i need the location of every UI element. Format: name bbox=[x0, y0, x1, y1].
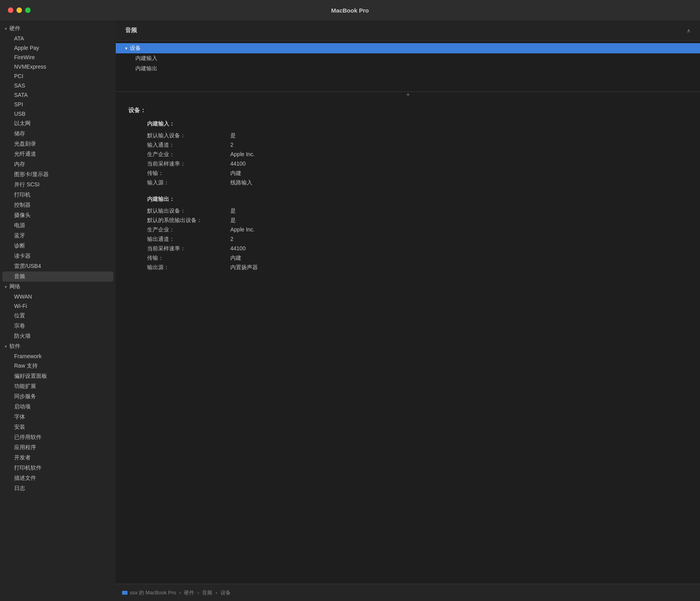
chevron-down-icon-tree: ▾ bbox=[125, 46, 128, 51]
detail-label: 输入通道： bbox=[147, 142, 218, 149]
tree-item-devices[interactable]: ▾ 设备 bbox=[116, 43, 700, 53]
sidebar-item-sas[interactable]: SAS bbox=[0, 81, 116, 90]
sidebar-item-install[interactable]: 安装 bbox=[0, 422, 116, 432]
sidebar-item-firewire[interactable]: FireWire bbox=[0, 53, 116, 62]
detail-row-output-transport: 传输： 内建 bbox=[147, 255, 687, 262]
sidebar-item-optical[interactable]: 光盘刻录 bbox=[0, 139, 116, 149]
detail-value: Apple Inc. bbox=[230, 151, 255, 158]
status-bar: ssx 的 MacBook Pro › 硬件 › 音频 › 设备 bbox=[116, 584, 700, 601]
detail-value: 44100 bbox=[230, 160, 246, 168]
breadcrumb-hardware: 硬件 bbox=[184, 589, 194, 596]
detail-row-output-manufacturer: 生产企业： Apple Inc. bbox=[147, 226, 687, 233]
sidebar-group-software[interactable]: ▾ 软件 bbox=[0, 341, 116, 351]
detail-value: 内建 bbox=[230, 255, 241, 262]
sidebar-item-power[interactable]: 电源 bbox=[0, 220, 116, 231]
sidebar-item-applications[interactable]: 应用程序 bbox=[0, 443, 116, 453]
detail-row-output-channels: 输出通道： 2 bbox=[147, 236, 687, 243]
sidebar-item-applepay[interactable]: Apple Pay bbox=[0, 43, 116, 53]
sidebar-item-audio[interactable]: 音频 bbox=[2, 271, 113, 282]
sidebar-item-cardreader[interactable]: 读卡器 bbox=[0, 251, 116, 261]
sidebar-item-developer[interactable]: 开发者 bbox=[0, 453, 116, 463]
detail-value: 是 bbox=[230, 217, 236, 224]
sidebar-item-graphics[interactable]: 图形卡/显示器 bbox=[0, 169, 116, 180]
sidebar-item-sync[interactable]: 同步服务 bbox=[0, 392, 116, 402]
sidebar-item-sata[interactable]: SATA bbox=[0, 90, 116, 100]
sidebar-item-spi[interactable]: SPI bbox=[0, 100, 116, 109]
tree-sub-item-output[interactable]: 内建输出 bbox=[116, 64, 700, 74]
close-button[interactable] bbox=[8, 7, 13, 13]
sidebar-group-hardware[interactable]: ▾ 硬件 bbox=[0, 24, 116, 34]
sidebar-item-framework[interactable]: Framework bbox=[0, 351, 116, 361]
detail-section-title: 设备： bbox=[128, 107, 687, 114]
sidebar-group-network[interactable]: ▾ 网络 bbox=[0, 282, 116, 292]
detail-output-title: 内建输出： bbox=[147, 196, 687, 203]
detail-row-default-input: 默认输入设备： 是 bbox=[147, 132, 687, 139]
sidebar-item-disabled[interactable]: 已停用软件 bbox=[0, 432, 116, 443]
sidebar-item-printer-software[interactable]: 打印机软件 bbox=[0, 463, 116, 473]
detail-output-table: 默认输出设备： 是 默认的系统输出设备： 是 生产企业： Apple Inc. … bbox=[147, 208, 687, 271]
main-content: ▾ 硬件 ATA Apple Pay FireWire NVMExpress P… bbox=[0, 20, 700, 601]
detail-value: 内建 bbox=[230, 170, 241, 177]
sidebar-item-prefs[interactable]: 偏好设置面板 bbox=[0, 371, 116, 381]
sidebar-group-hardware-label: 硬件 bbox=[9, 25, 20, 32]
section-header: 音频 ∧ bbox=[116, 20, 700, 41]
detail-row-output-source: 输出源： 内置扬声器 bbox=[147, 264, 687, 271]
detail-value: 线路输入 bbox=[230, 179, 252, 186]
minimize-button[interactable] bbox=[16, 7, 22, 13]
sidebar-item-pci[interactable]: PCI bbox=[0, 71, 116, 81]
tree-sub-item-input[interactable]: 内建输入 bbox=[116, 53, 700, 64]
sidebar-item-controller[interactable]: 控制器 bbox=[0, 200, 116, 210]
detail-input-title: 内建输入： bbox=[147, 120, 687, 127]
sidebar-item-diagnostics[interactable]: 诊断 bbox=[0, 241, 116, 251]
sidebar-item-extensions[interactable]: 功能扩展 bbox=[0, 381, 116, 392]
chevron-down-icon-network: ▾ bbox=[5, 284, 7, 290]
detail-label: 传输： bbox=[147, 255, 218, 262]
sidebar-item-fibre[interactable]: 光纤通道 bbox=[0, 149, 116, 159]
scroll-dot bbox=[407, 93, 409, 96]
sidebar-item-startup[interactable]: 启动项 bbox=[0, 402, 116, 412]
chevron-down-icon-software: ▾ bbox=[5, 344, 7, 349]
detail-label: 输入源： bbox=[147, 179, 218, 186]
detail-row-output-samplerate: 当前采样速率： 44100 bbox=[147, 245, 687, 252]
sidebar-item-printer[interactable]: 打印机 bbox=[0, 190, 116, 200]
detail-content: 设备： 内建输入： 默认输入设备： 是 输入通道： 2 生产企业： Apple … bbox=[116, 97, 700, 584]
sidebar-item-memory[interactable]: 内存 bbox=[0, 159, 116, 169]
sidebar-item-wwan[interactable]: WWAN bbox=[0, 292, 116, 301]
sidebar-group-hardware-items: ATA Apple Pay FireWire NVMExpress PCI SA… bbox=[0, 34, 116, 282]
sidebar-item-thunderbolt[interactable]: 雷雳/USB4 bbox=[0, 261, 116, 271]
sidebar-item-logs[interactable]: 日志 bbox=[0, 483, 116, 494]
sidebar-item-raw[interactable]: Raw 支持 bbox=[0, 361, 116, 371]
sidebar-item-firewall[interactable]: 防火墙 bbox=[0, 331, 116, 341]
sidebar-item-camera[interactable]: 摄像头 bbox=[0, 210, 116, 220]
window-title: MacBook Pro bbox=[331, 7, 369, 14]
sidebar-item-profiles[interactable]: 描述文件 bbox=[0, 473, 116, 483]
sidebar-group-network-label: 网络 bbox=[9, 283, 20, 290]
detail-panel: 音频 ∧ ▾ 设备 内建输入 内建输出 设备： 内建输入： bbox=[116, 20, 700, 601]
zoom-button[interactable] bbox=[25, 7, 31, 13]
sidebar-item-wifi[interactable]: Wi-Fi bbox=[0, 301, 116, 311]
breadcrumb-sep-2: › bbox=[197, 590, 199, 596]
tree-item-devices-label: 设备 bbox=[130, 45, 141, 52]
sidebar-item-ata[interactable]: ATA bbox=[0, 34, 116, 43]
sidebar-item-nvmexpress[interactable]: NVMExpress bbox=[0, 62, 116, 71]
sidebar-item-parallel-scsi[interactable]: 并行 SCSI bbox=[0, 180, 116, 190]
detail-label: 传输： bbox=[147, 170, 218, 177]
detail-input-table: 默认输入设备： 是 输入通道： 2 生产企业： Apple Inc. 当前采样速… bbox=[147, 132, 687, 186]
sidebar-group-software-items: Framework Raw 支持 偏好设置面板 功能扩展 同步服务 启动项 字体… bbox=[0, 351, 116, 494]
sidebar-item-storage[interactable]: 储存 bbox=[0, 129, 116, 139]
sidebar-item-ethernet[interactable]: 以太网 bbox=[0, 118, 116, 129]
detail-row-system-default-output: 默认的系统输出设备： 是 bbox=[147, 217, 687, 224]
sidebar-item-fonts[interactable]: 字体 bbox=[0, 412, 116, 422]
detail-label: 生产企业： bbox=[147, 151, 218, 158]
detail-row-input-source: 输入源： 线路输入 bbox=[147, 179, 687, 186]
sidebar-item-location[interactable]: 位置 bbox=[0, 311, 116, 321]
sidebar-item-usb[interactable]: USB bbox=[0, 109, 116, 118]
detail-value: 是 bbox=[230, 208, 236, 215]
sidebar-group-software-label: 软件 bbox=[9, 343, 20, 350]
breadcrumb-audio: 音频 bbox=[202, 589, 212, 596]
section-collapse-icon[interactable]: ∧ bbox=[687, 27, 691, 34]
sidebar-item-volumes[interactable]: 宗卷 bbox=[0, 321, 116, 331]
detail-label: 默认输入设备： bbox=[147, 132, 218, 139]
detail-row-default-output: 默认输出设备： 是 bbox=[147, 208, 687, 215]
sidebar-item-bluetooth[interactable]: 蓝牙 bbox=[0, 231, 116, 241]
